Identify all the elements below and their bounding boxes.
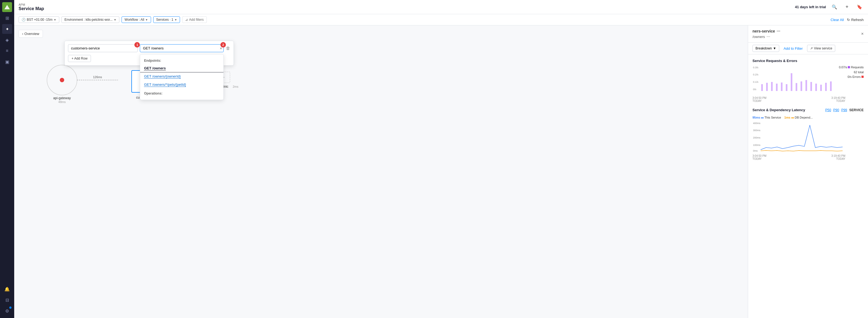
clock-icon: 🕐 bbox=[22, 18, 26, 22]
splunk-logo[interactable] bbox=[2, 2, 12, 12]
errors-color-box bbox=[862, 76, 864, 78]
workflow-filter[interactable]: Workflow : All ▼ bbox=[122, 17, 151, 23]
right-panel: ners-service ··· /owners ··· × Breakdown… bbox=[748, 25, 868, 318]
svg-text:0/s: 0/s bbox=[753, 88, 756, 91]
svg-text:0.1/s: 0.1/s bbox=[753, 81, 758, 83]
delete-row-button[interactable]: 🗑 bbox=[226, 46, 230, 51]
svg-rect-18 bbox=[786, 84, 787, 91]
sidebar-item-dashboards[interactable]: ▣ bbox=[2, 57, 12, 67]
requests-total-stat: 62 total bbox=[839, 70, 864, 75]
endpoint-name-text: /owners bbox=[752, 35, 765, 39]
search-button[interactable]: 🔍 bbox=[830, 3, 838, 11]
refresh-button[interactable]: ↻ Refresh bbox=[847, 18, 864, 22]
svg-text:200ms: 200ms bbox=[753, 136, 761, 139]
latency-chart-title: Service & Dependency Latency bbox=[752, 108, 805, 112]
right-panel-close-button[interactable]: × bbox=[861, 31, 864, 36]
sidebar-item-alerts[interactable]: 🔔 bbox=[2, 284, 12, 294]
svg-rect-20 bbox=[796, 83, 797, 91]
topbar-right: 41 days left in trial 🔍 + 🔖 bbox=[795, 3, 864, 11]
svg-rect-25 bbox=[820, 85, 822, 91]
endpoint-item-1[interactable]: GET /owners/{ownerId} bbox=[140, 72, 223, 81]
endpoint-input[interactable] bbox=[140, 44, 224, 52]
latency-tab-p99[interactable]: P99 bbox=[841, 108, 847, 112]
view-service-label: View service bbox=[814, 46, 832, 50]
overview-button[interactable]: ‹ Overview bbox=[19, 30, 43, 38]
topbar: APM Service Map 41 days left in trial 🔍 … bbox=[14, 0, 868, 14]
workflow-filter-label: Workflow : All bbox=[125, 18, 144, 22]
add-button[interactable]: + bbox=[843, 3, 851, 11]
overview-label: Overview bbox=[24, 32, 39, 36]
requests-stat: 0.07/s Requests bbox=[839, 65, 864, 70]
chevron-down-icon: ▼ bbox=[54, 18, 56, 21]
refresh-icon: ↻ bbox=[847, 18, 850, 22]
ops-section-title: Operations: bbox=[140, 90, 223, 97]
add-filters-label: Add filters bbox=[189, 18, 204, 22]
add-to-filter-button[interactable]: Add to Filter bbox=[781, 45, 805, 52]
sidebar-item-infrastructure[interactable]: ◈ bbox=[2, 35, 12, 45]
map-area: ‹ Overview api-gateway 48ms 126ms bbox=[14, 25, 748, 318]
add-filters-button[interactable]: ⊿ Add filters bbox=[182, 17, 207, 23]
requests-label: Requests bbox=[851, 66, 864, 69]
chevron-down-icon: ▼ bbox=[174, 18, 177, 21]
requests-chart-section: Service Requests & Errors 0.07/s Request… bbox=[752, 59, 864, 102]
chevron-down-icon: ▼ bbox=[114, 18, 116, 21]
svg-text:0ms: 0ms bbox=[753, 150, 758, 152]
view-service-button[interactable]: ↗ View service bbox=[807, 45, 835, 52]
svg-rect-21 bbox=[801, 82, 802, 91]
right-panel-service: ners-service ··· bbox=[752, 29, 780, 34]
latency-x-start: 3:04:50 PMTODAY bbox=[752, 154, 766, 160]
latency-tab-p50[interactable]: P50 bbox=[825, 108, 831, 112]
latency-tab-service[interactable]: SERVICE bbox=[849, 108, 864, 112]
svg-text:0.3/s: 0.3/s bbox=[753, 66, 758, 69]
sidebar-item-settings[interactable]: ⚙ bbox=[2, 306, 12, 316]
filter-icon: ⊿ bbox=[185, 18, 188, 22]
right-panel-actions: Breakdown ▼ Add to Filter ↗ View service bbox=[748, 43, 868, 54]
clear-all-button[interactable]: Clear All bbox=[831, 18, 844, 22]
time-filter-label: BST +01:00 -15m bbox=[27, 18, 53, 22]
topbar-left: APM Service Map bbox=[19, 3, 44, 11]
trial-badge: 41 days left in trial bbox=[795, 5, 826, 9]
service-dots-menu[interactable]: ··· bbox=[777, 29, 780, 34]
svg-text:100ms: 100ms bbox=[753, 144, 761, 147]
content-area: ‹ Overview api-gateway 48ms 126ms bbox=[14, 25, 868, 318]
right-panel-header: ners-service ··· /owners ··· × bbox=[748, 25, 868, 43]
svg-rect-24 bbox=[815, 84, 817, 91]
sidebar-item-apm[interactable]: ✦ bbox=[2, 24, 12, 34]
filter-row-1: 1 × 2 Endpoints: GET /owners GET /owners… bbox=[68, 44, 230, 52]
environment-filter[interactable]: Environment : k8s-petclinic-wor... ▼ bbox=[61, 17, 119, 23]
node-mysql-latency: 2ms bbox=[233, 85, 239, 88]
refresh-label: Refresh bbox=[851, 18, 864, 22]
add-row-button[interactable]: + Add Row bbox=[68, 55, 91, 62]
filter-dropdown: 1 × 2 Endpoints: GET /owners GET /owners… bbox=[64, 41, 234, 66]
endpoint-item-2[interactable]: GET /owners/*/pets/{petId} bbox=[140, 81, 223, 89]
latency-tab-p90[interactable]: P90 bbox=[833, 108, 839, 112]
bookmark-button[interactable]: 🔖 bbox=[856, 3, 864, 11]
page-title: Service Map bbox=[19, 6, 44, 11]
services-filter[interactable]: Services · 1 ▼ bbox=[153, 17, 180, 23]
time-filter[interactable]: 🕐 BST +01:00 -15m ▼ bbox=[19, 17, 59, 23]
svg-rect-22 bbox=[805, 80, 807, 91]
svg-rect-19 bbox=[791, 73, 792, 91]
requests-errors: 0/s Errors bbox=[847, 75, 861, 78]
svg-point-2 bbox=[60, 78, 64, 82]
endpoint-dots-menu[interactable]: ··· bbox=[767, 34, 770, 39]
sidebar-item-logs[interactable]: ≡ bbox=[2, 46, 12, 56]
main-area: APM Service Map 41 days left in trial 🔍 … bbox=[14, 0, 868, 318]
breakdown-button[interactable]: Breakdown ▼ bbox=[752, 45, 779, 52]
svg-text:400ms: 400ms bbox=[753, 122, 761, 125]
endpoint-item-0[interactable]: GET /owners bbox=[140, 64, 223, 72]
requests-x-start: 3:04:50 PMTODAY bbox=[752, 96, 766, 102]
sidebar-item-home[interactable]: ⊞ bbox=[2, 13, 12, 23]
svg-rect-15 bbox=[771, 82, 773, 91]
svg-rect-17 bbox=[781, 83, 782, 91]
node-api-gateway[interactable] bbox=[47, 65, 77, 95]
sidebar-item-incidents[interactable]: ⊟ bbox=[2, 295, 12, 305]
filter-badge-2: 2 bbox=[220, 42, 226, 47]
service-input[interactable] bbox=[68, 44, 138, 52]
node-api-gateway-latency: 48ms bbox=[58, 100, 66, 103]
endpoints-panel: Endpoints: GET /owners GET /owners/{owne… bbox=[140, 54, 224, 100]
sidebar: ⊞ ✦ ◈ ≡ ▣ 🔔 ⊟ ⚙ bbox=[0, 0, 14, 318]
charts-container: Service Requests & Errors 0.07/s Request… bbox=[748, 54, 868, 318]
svg-rect-27 bbox=[830, 82, 832, 91]
app-name: APM bbox=[19, 3, 44, 6]
